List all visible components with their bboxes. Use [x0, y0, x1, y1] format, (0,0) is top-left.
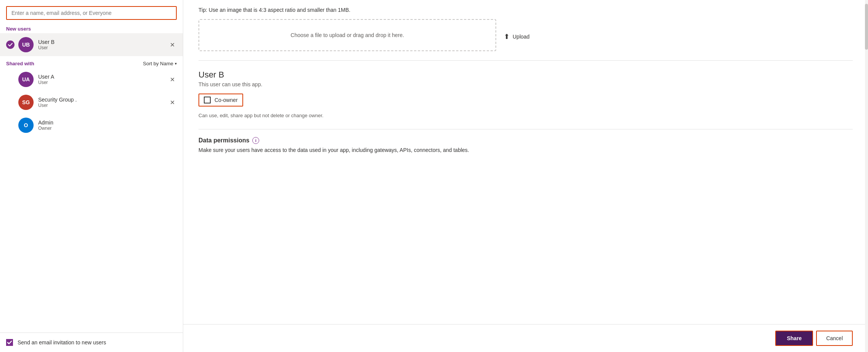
search-box-wrapper [0, 0, 183, 23]
sort-by-button[interactable]: Sort by Name ▾ [143, 61, 177, 66]
send-email-checkbox[interactable] [6, 339, 13, 346]
avatar: O [18, 118, 34, 133]
data-permissions-section: Data permissions i Make sure your users … [198, 137, 853, 153]
user-name: User B [38, 39, 168, 45]
user-info: User B User [38, 39, 168, 50]
coowner-checkbox[interactable] [204, 97, 211, 103]
new-user-item[interactable]: UB User B User ✕ [0, 33, 183, 56]
shared-users-list: UA User A User ✕ SG Security Group . Use… [0, 68, 183, 333]
avatar: UA [18, 72, 34, 87]
user-info: Security Group . User [38, 97, 168, 108]
section-divider-2 [198, 129, 853, 129]
left-panel: New users UB User B User ✕ Shared with S… [0, 0, 183, 352]
upload-row: Choose a file to upload or drag and drop… [198, 19, 853, 54]
share-button[interactable]: Share [775, 331, 813, 346]
user-name: Security Group . [38, 97, 168, 103]
search-input[interactable] [6, 6, 177, 20]
right-content: Tip: Use an image that is 4:3 aspect rat… [183, 0, 868, 324]
upload-button[interactable]: ⬆ Upload [504, 32, 529, 41]
coowner-row: Co-owner [198, 94, 243, 107]
user-name: User A [38, 74, 168, 80]
user-info: User A User [38, 74, 168, 85]
sort-by-label: Sort by Name [143, 61, 173, 66]
tip-text: Tip: Use an image that is 4:3 aspect rat… [198, 4, 853, 19]
data-permissions-desc: Make sure your users have access to the … [198, 147, 853, 153]
send-email-label: Send an email invitation to new users [18, 339, 106, 346]
shared-with-label: Shared with [6, 61, 34, 66]
upload-arrow-icon: ⬆ [504, 32, 510, 41]
data-permissions-title: Data permissions [198, 137, 249, 144]
check-icon [8, 42, 13, 47]
user-role: Owner [38, 126, 177, 131]
upload-button-label: Upload [513, 34, 529, 40]
chevron-down-icon: ▾ [175, 61, 177, 66]
user-name: Admin [38, 119, 177, 126]
coowner-label: Co-owner [215, 97, 238, 103]
new-users-label: New users [0, 23, 183, 33]
info-icon[interactable]: i [252, 137, 259, 144]
avatar: UB [18, 37, 34, 52]
right-panel: Tip: Use an image that is 4:3 aspect rat… [183, 0, 868, 352]
section-divider-1 [198, 60, 853, 61]
user-role: User [38, 103, 168, 108]
coowner-desc: Can use, edit, share app but not delete … [198, 113, 853, 118]
avatar: SG [18, 95, 34, 110]
user-role: User [38, 45, 168, 50]
cancel-button[interactable]: Cancel [816, 331, 853, 346]
check-icon [7, 340, 12, 345]
right-scrollbar [865, 0, 868, 352]
data-permissions-header: Data permissions i [198, 137, 853, 144]
list-item[interactable]: UA User A User ✕ [0, 68, 183, 91]
remove-button[interactable]: ✕ [168, 98, 177, 107]
user-b-section: User B This user can use this app. Co-ow… [198, 67, 853, 121]
remove-button[interactable]: ✕ [168, 40, 177, 49]
list-item[interactable]: O Admin Owner [0, 114, 183, 137]
scrollbar-thumb[interactable] [865, 4, 868, 50]
upload-area[interactable]: Choose a file to upload or drag and drop… [198, 19, 496, 51]
shared-with-header: Shared with Sort by Name ▾ [0, 56, 183, 68]
user-b-title: User B [198, 70, 853, 80]
footer-buttons: Share Cancel [183, 324, 868, 352]
check-circle [6, 40, 15, 49]
upload-area-text: Choose a file to upload or drag and drop… [290, 32, 404, 38]
send-email-row: Send an email invitation to new users [0, 333, 183, 352]
list-item[interactable]: SG Security Group . User ✕ [0, 91, 183, 114]
user-b-subtitle: This user can use this app. [198, 81, 853, 87]
remove-button[interactable]: ✕ [168, 75, 177, 84]
user-info: Admin Owner [38, 119, 177, 131]
user-role: User [38, 80, 168, 85]
